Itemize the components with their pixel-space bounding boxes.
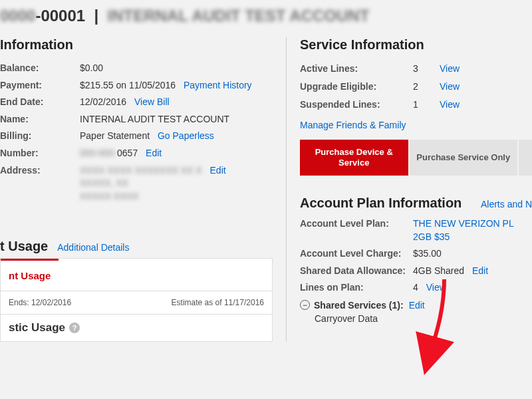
purchase-service-only-button[interactable]: Purchase Service Only bbox=[410, 140, 518, 176]
address-line3-obscured: XXXXX-XXXX bbox=[80, 190, 139, 203]
payment-history-link[interactable]: Payment History bbox=[184, 80, 252, 90]
billing-value: Paper Statement bbox=[80, 130, 150, 141]
usage-heading: t Usage bbox=[0, 239, 48, 254]
enddate-value: 12/02/2016 bbox=[80, 96, 126, 107]
shared-services-label: Shared Services (1): bbox=[314, 300, 404, 311]
account-name-obscured: INTERNAL AUDIT TEST ACCOUNT bbox=[108, 7, 370, 25]
go-paperless-link[interactable]: Go Paperless bbox=[158, 130, 214, 141]
address-label: Address: bbox=[0, 164, 80, 178]
payment-label: Payment: bbox=[0, 79, 80, 92]
level-charge-label: Account Level Charge: bbox=[300, 247, 413, 261]
edit-shared-services-link[interactable]: Edit bbox=[409, 300, 425, 311]
balance-value: $0.00 bbox=[80, 62, 103, 75]
domestic-usage-label: stic Usage bbox=[9, 321, 65, 334]
collapse-icon[interactable]: − bbox=[300, 300, 310, 310]
lines-on-plan-value: 4 bbox=[413, 282, 418, 293]
lines-on-plan-label: Lines on Plan: bbox=[300, 281, 413, 295]
upgrade-eligible-label: Upgrade Eligible: bbox=[300, 80, 413, 94]
suspended-lines-label: Suspended Lines: bbox=[300, 98, 413, 112]
purchase-more-button[interactable] bbox=[519, 140, 532, 176]
tab-current-usage[interactable]: nt Usage bbox=[1, 259, 59, 291]
name-label: Name: bbox=[0, 113, 80, 126]
upgrade-eligible-count: 2 bbox=[413, 80, 440, 94]
suspended-lines-count: 1 bbox=[413, 98, 440, 112]
account-plan-heading: Account Plan Information bbox=[300, 196, 462, 211]
edit-shared-allowance-link[interactable]: Edit bbox=[472, 265, 488, 276]
number-label: Number: bbox=[0, 147, 80, 160]
purchase-device-service-button[interactable]: Purchase Device & Service bbox=[300, 140, 408, 176]
service-info-heading: Service Information bbox=[300, 37, 532, 53]
carryover-data-label: Carryover Data bbox=[315, 313, 532, 324]
balance-label: Balance: bbox=[0, 62, 80, 75]
number-suffix: 0657 bbox=[117, 148, 138, 158]
estimate-asof: Estimate as of 11/17/2016 bbox=[172, 298, 264, 307]
page-header: 0000-00001 | INTERNAL AUDIT TEST ACCOUNT bbox=[0, 7, 532, 37]
view-suspended-link[interactable]: View bbox=[440, 99, 460, 110]
name-value: INTERNAL AUDIT TEST ACCOUNT bbox=[80, 113, 229, 126]
alerts-link[interactable]: Alerts and N bbox=[481, 199, 532, 209]
level-plan-label: Account Level Plan: bbox=[300, 217, 413, 243]
payment-value: $215.55 on 11/05/2016 bbox=[80, 80, 176, 90]
enddate-label: End Date: bbox=[0, 96, 80, 109]
information-heading: Information bbox=[0, 37, 273, 53]
account-prefix-obscured: 0000 bbox=[0, 7, 35, 25]
help-icon[interactable]: ? bbox=[69, 323, 80, 333]
view-active-lines-link[interactable]: View bbox=[440, 63, 460, 74]
view-lines-link[interactable]: View bbox=[426, 282, 446, 293]
shared-allowance-value: 4GB Shared bbox=[413, 265, 464, 276]
account-number-suffix: -00001 bbox=[35, 7, 85, 25]
active-lines-label: Active Lines: bbox=[300, 62, 413, 76]
manage-friends-family-link[interactable]: Manage Friends & Family bbox=[300, 120, 406, 130]
edit-address-link[interactable]: Edit bbox=[210, 165, 226, 176]
billing-label: Billing: bbox=[0, 130, 80, 143]
usage-tabs: nt Usage bbox=[0, 258, 273, 291]
active-lines-count: 3 bbox=[413, 62, 440, 76]
number-prefix-obscured: 000-000- bbox=[80, 147, 117, 160]
edit-number-link[interactable]: Edit bbox=[146, 148, 162, 158]
cycle-ends: Ends: 12/02/2016 bbox=[9, 298, 71, 307]
shared-allowance-label: Shared Data Allowance: bbox=[300, 265, 413, 278]
view-upgrade-link[interactable]: View bbox=[440, 81, 460, 92]
view-bill-link[interactable]: View Bill bbox=[134, 96, 170, 107]
level-charge-value: $35.00 bbox=[413, 247, 532, 261]
address-line2-obscured: XXXXX, XX bbox=[80, 177, 128, 190]
level-plan-link[interactable]: THE NEW VERIZON PL 2GB $35 bbox=[413, 218, 513, 242]
address-line1-obscured: XXXX XXXX XXXXXXX XX X bbox=[80, 164, 202, 178]
additional-details-link[interactable]: Additional Details bbox=[57, 242, 129, 253]
